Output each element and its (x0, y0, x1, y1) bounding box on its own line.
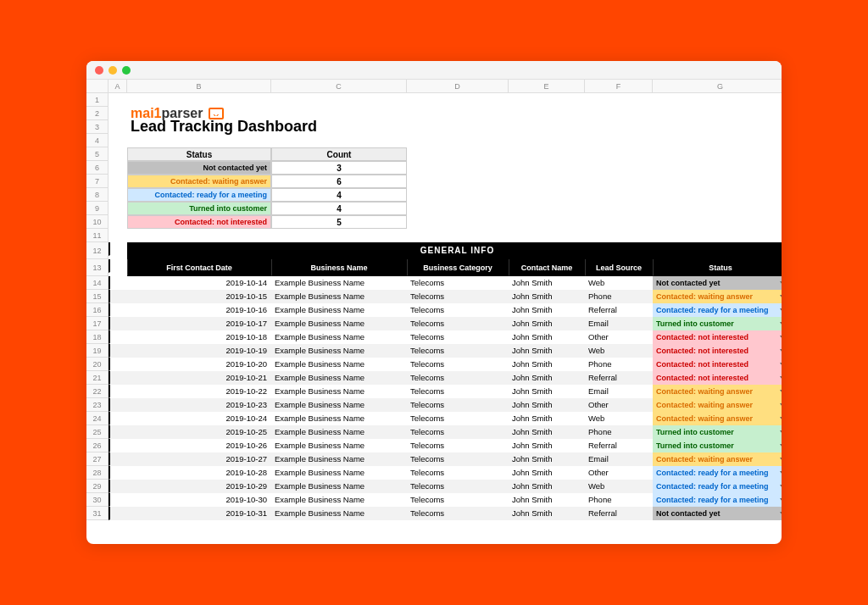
lead-status-dropdown[interactable]: Contacted: ready for a meeting (653, 466, 782, 480)
column-header[interactable]: C (271, 80, 407, 93)
empty-cell[interactable] (108, 358, 127, 371)
lead-status-dropdown[interactable]: Contacted: ready for a meeting (653, 493, 782, 507)
lead-category[interactable]: Telecoms (407, 480, 509, 493)
empty-cell[interactable] (108, 147, 127, 161)
lead-category[interactable]: Telecoms (407, 439, 509, 452)
empty-cell[interactable] (407, 120, 509, 134)
lead-business[interactable]: Example Business Name (271, 317, 407, 330)
minimize-icon[interactable] (108, 66, 117, 75)
lead-category[interactable]: Telecoms (407, 276, 509, 290)
row-header[interactable]: 10 (86, 215, 108, 229)
lead-status-dropdown[interactable]: Turned into customer (653, 439, 782, 452)
empty-cell[interactable] (407, 175, 509, 188)
row-header[interactable]: 6 (86, 161, 108, 175)
empty-cell[interactable] (407, 147, 509, 161)
lead-category[interactable]: Telecoms (407, 398, 509, 412)
empty-cell[interactable] (509, 120, 585, 134)
empty-cell[interactable] (108, 425, 127, 439)
empty-cell[interactable] (653, 161, 782, 175)
empty-cell[interactable] (108, 371, 127, 385)
lead-contact[interactable]: John Smith (509, 358, 585, 371)
lead-business[interactable]: Example Business Name (271, 330, 407, 344)
lead-business[interactable]: Example Business Name (271, 358, 407, 371)
empty-cell[interactable] (509, 107, 585, 120)
empty-cell[interactable] (407, 215, 509, 229)
lead-status-dropdown[interactable]: Contacted: ready for a meeting (653, 480, 782, 493)
lead-status-dropdown[interactable]: Contacted: not interested (653, 358, 782, 371)
row-header[interactable]: 2 (86, 107, 108, 120)
empty-cell[interactable] (108, 330, 127, 344)
lead-business[interactable]: Example Business Name (271, 385, 407, 398)
table-column-header[interactable]: First Contact Date (127, 259, 271, 276)
lead-source[interactable]: Other (585, 398, 653, 412)
empty-cell[interactable] (108, 120, 127, 134)
lead-contact[interactable]: John Smith (509, 276, 585, 290)
lead-source[interactable]: Phone (585, 425, 653, 439)
lead-status-dropdown[interactable]: Turned into customer (653, 317, 782, 330)
row-header[interactable]: 5 (86, 147, 108, 161)
lead-contact[interactable]: John Smith (509, 493, 585, 507)
lead-category[interactable]: Telecoms (407, 385, 509, 398)
lead-date[interactable]: 2019-10-23 (127, 398, 271, 412)
lead-status-dropdown[interactable]: Turned into customer (653, 425, 782, 439)
lead-status-dropdown[interactable]: Contacted: not interested (653, 344, 782, 358)
empty-cell[interactable] (509, 161, 585, 175)
lead-category[interactable]: Telecoms (407, 466, 509, 480)
empty-cell[interactable] (653, 229, 782, 242)
empty-cell[interactable] (108, 480, 127, 493)
empty-cell[interactable] (108, 161, 127, 175)
empty-cell[interactable] (509, 134, 585, 147)
lead-contact[interactable]: John Smith (509, 466, 585, 480)
column-header[interactable]: D (407, 80, 509, 93)
empty-cell[interactable] (585, 107, 653, 120)
lead-contact[interactable]: John Smith (509, 385, 585, 398)
empty-cell[interactable] (509, 202, 585, 215)
empty-cell[interactable] (108, 93, 127, 107)
lead-category[interactable]: Telecoms (407, 507, 509, 520)
lead-contact[interactable]: John Smith (509, 303, 585, 317)
empty-cell[interactable] (108, 493, 127, 507)
column-header[interactable]: F (585, 80, 653, 93)
lead-business[interactable]: Example Business Name (271, 371, 407, 385)
empty-cell[interactable] (407, 161, 509, 175)
lead-date[interactable]: 2019-10-29 (127, 480, 271, 493)
row-header[interactable]: 13 (86, 259, 108, 276)
empty-cell[interactable] (653, 107, 782, 120)
empty-cell[interactable] (509, 229, 585, 242)
lead-business[interactable]: Example Business Name (271, 425, 407, 439)
lead-category[interactable]: Telecoms (407, 493, 509, 507)
empty-cell[interactable] (108, 229, 127, 242)
empty-cell[interactable] (407, 107, 509, 120)
empty-cell[interactable] (108, 317, 127, 330)
table-column-header[interactable]: Contact Name (509, 259, 585, 276)
empty-cell[interactable] (653, 134, 782, 147)
column-header[interactable]: B (127, 80, 271, 93)
lead-business[interactable]: Example Business Name (271, 303, 407, 317)
empty-cell[interactable] (585, 134, 653, 147)
empty-cell[interactable] (108, 439, 127, 452)
row-header[interactable]: 26 (86, 439, 108, 452)
empty-cell[interactable] (407, 188, 509, 202)
lead-contact[interactable]: John Smith (509, 412, 585, 425)
lead-contact[interactable]: John Smith (509, 425, 585, 439)
lead-status-dropdown[interactable]: Contacted: not interested (653, 330, 782, 344)
lead-source[interactable]: Phone (585, 493, 653, 507)
lead-date[interactable]: 2019-10-17 (127, 317, 271, 330)
empty-cell[interactable] (108, 202, 127, 215)
lead-source[interactable]: Email (585, 452, 653, 466)
lead-date[interactable]: 2019-10-28 (127, 466, 271, 480)
empty-cell[interactable] (509, 147, 585, 161)
table-column-header[interactable]: Status (653, 259, 782, 276)
lead-business[interactable]: Example Business Name (271, 290, 407, 303)
lead-business[interactable]: Example Business Name (271, 493, 407, 507)
lead-contact[interactable]: John Smith (509, 371, 585, 385)
lead-source[interactable]: Web (585, 344, 653, 358)
lead-contact[interactable]: John Smith (509, 344, 585, 358)
row-header[interactable]: 14 (86, 276, 108, 290)
lead-source[interactable]: Web (585, 480, 653, 493)
lead-source[interactable]: Other (585, 330, 653, 344)
empty-cell[interactable] (108, 242, 127, 256)
lead-date[interactable]: 2019-10-27 (127, 452, 271, 466)
empty-cell[interactable] (271, 120, 407, 134)
lead-business[interactable]: Example Business Name (271, 466, 407, 480)
